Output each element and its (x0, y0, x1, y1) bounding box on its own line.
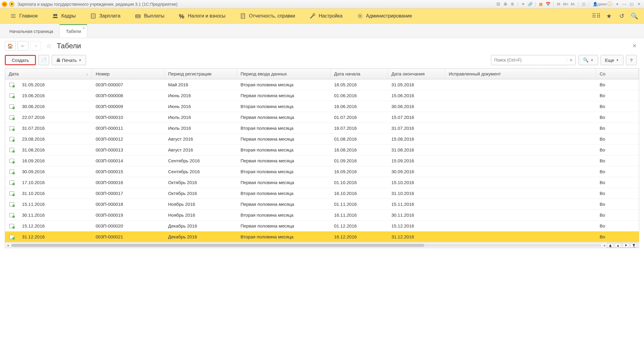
cell-last: Во (596, 123, 639, 133)
compare-icon[interactable]: 🗎 (509, 1, 516, 7)
close-window-icon[interactable]: ✕ (636, 1, 642, 7)
table-row[interactable]: 15.12.2016003П-000020Декабрь 2016Первая … (5, 221, 639, 231)
search-input[interactable] (491, 58, 567, 62)
menu-main[interactable]: Главное (3, 8, 45, 23)
table-row[interactable]: 31.08.2016003П-000013Август 2016Вторая п… (5, 145, 639, 155)
menu-admin[interactable]: Администрирование (350, 8, 419, 23)
table-row[interactable]: 30.06.2016003П-000009Июнь 2016Вторая пол… (5, 101, 639, 112)
m-button[interactable]: M (555, 1, 562, 7)
table-row[interactable]: 31.10.2016003П-000017Октябрь 2016Вторая … (5, 188, 639, 199)
m-plus-button[interactable]: M+ (563, 1, 569, 7)
scroll-left-icon[interactable]: ◂ (7, 243, 9, 247)
cell-number: 003П-000007 (92, 79, 164, 90)
col-date[interactable]: Дата (5, 69, 92, 79)
col-last[interactable]: Со (596, 69, 639, 79)
col-date-start[interactable]: Дата начала (330, 69, 388, 79)
menu-hr[interactable]: Кадры (45, 8, 83, 23)
menu-reports[interactable]: Отчетность, справки (233, 8, 302, 23)
search-icon[interactable]: 🔍 (631, 12, 638, 20)
menu-taxes[interactable]: %Налоги и взносы (172, 8, 233, 23)
home-button[interactable]: 🏠 (5, 41, 16, 51)
app-dropdown-icon[interactable]: ▾ (9, 2, 14, 7)
table-row[interactable]: 16.09.2016003П-000014Сентябрь 2016Первая… (5, 155, 639, 166)
cell-corrected (445, 231, 596, 242)
col-reg-period[interactable]: Период регистрации (164, 69, 237, 79)
table-row[interactable]: 31.07.2016003П-000011Июль 2016Вторая пол… (5, 123, 639, 134)
chevron-down-icon: ▼ (591, 59, 594, 62)
forward-button[interactable]: → (30, 41, 41, 51)
col-date-end[interactable]: Дата окончания (388, 69, 445, 79)
data-table: Дата Номер Период регистрации Период вво… (5, 68, 639, 248)
menu-payroll[interactable]: Зарплата (83, 8, 128, 23)
table-row[interactable]: 30.09.2016003П-000015Сентябрь 2016Вторая… (5, 166, 639, 177)
search-button[interactable]: 🔍▼ (579, 55, 598, 65)
table-row[interactable]: 31.12.2016003П-000021Декабрь 2016Вторая … (5, 231, 639, 242)
cell-period: Вторая половина месяца (237, 79, 330, 90)
create-button[interactable]: Создать (5, 55, 36, 65)
save-icon[interactable]: 🖫 (495, 1, 501, 7)
cell-number: 003П-000020 (92, 221, 164, 231)
clear-search-icon[interactable]: ✕ (567, 58, 575, 62)
tab-timesheets[interactable]: Табели✕ (59, 24, 87, 38)
copy-button[interactable]: 📄 (38, 55, 49, 65)
goto-up-icon[interactable]: ▲ (615, 243, 621, 248)
table-row[interactable]: 23.08.2016003П-000012Август 2016Первая п… (5, 134, 639, 145)
cell-corrected (445, 155, 596, 166)
help-button[interactable]: ? (626, 55, 637, 65)
table-row[interactable]: 15.11.2016003П-000018Ноябрь 2016Первая п… (5, 199, 639, 210)
chevron-down-icon: ▼ (78, 59, 81, 62)
favorite-toggle-icon[interactable]: ☆ (46, 42, 53, 49)
m-minus-button[interactable]: M- (570, 1, 576, 7)
calc-icon[interactable]: ▦ (537, 1, 544, 7)
more-button[interactable]: Еще▼ (601, 55, 623, 65)
close-tab-icon[interactable]: ✕ (82, 26, 85, 30)
window-title: Зарплата и кадры государственного учрежд… (18, 2, 495, 7)
back-button[interactable]: ← (18, 41, 28, 51)
cell-date: 31.05.2016 (18, 79, 92, 90)
col-corrected[interactable]: Исправленный документ (445, 69, 596, 79)
col-data-period[interactable]: Период ввода данных (237, 69, 330, 79)
tab-home[interactable]: Начальная страница (3, 25, 59, 38)
chevron-down-icon: ▼ (616, 59, 619, 62)
menu-settings[interactable]: Настройка (302, 8, 350, 23)
link-icon[interactable]: 🔗 (527, 1, 534, 7)
cell-corrected (445, 199, 596, 209)
table-row[interactable]: 17.10.2016003П-000016Октябрь 2016Первая … (5, 177, 639, 188)
scrollbar-thumb[interactable] (11, 244, 424, 247)
table-row[interactable]: 30.11.2016003П-000019Ноябрь 2016Вторая п… (5, 210, 639, 221)
table-row[interactable]: 15.06.2016003П-000008Июнь 2016Первая пол… (5, 90, 639, 101)
print-button[interactable]: 🖶 Печать▼ (52, 55, 86, 65)
cell-corrected (445, 123, 596, 133)
cell-period: Первая половина месяца (237, 177, 330, 188)
dropdown-icon[interactable]: ▾ (614, 1, 620, 7)
goto-first-icon[interactable]: ▲̲ (607, 243, 614, 248)
cell-date-end: 30.11.2016 (388, 210, 445, 220)
cell-period: Вторая половина месяца (237, 210, 330, 220)
maximize-icon[interactable]: ◱ (628, 1, 635, 7)
scroll-right-icon[interactable]: ▸ (604, 243, 606, 247)
favorite-add-icon[interactable]: ✦ (520, 1, 526, 7)
cell-reg: Июль 2016 (164, 112, 237, 123)
menu-payments[interactable]: Выплаты (128, 8, 172, 23)
history-icon[interactable]: ↺ (618, 12, 625, 20)
cell-corrected (445, 112, 596, 123)
print-icon[interactable]: 🖶 (502, 1, 509, 7)
table-row[interactable]: 31.05.2016003П-000007Май 2016Вторая поло… (5, 79, 639, 90)
info-icon[interactable]: ⓘ (607, 1, 613, 7)
calendar-icon[interactable]: 📅 (545, 1, 551, 7)
cell-last: Во (596, 155, 639, 166)
table-row[interactable]: 22.07.2016003П-000010Июль 2016Первая пол… (5, 112, 639, 123)
col-number[interactable]: Номер (92, 69, 164, 79)
cell-date: 22.07.2016 (18, 112, 92, 123)
panels-icon[interactable]: ◫ (580, 1, 587, 7)
current-user[interactable]: 👤 Админ (591, 1, 606, 7)
goto-down-icon[interactable]: ▼ (623, 243, 629, 248)
apps-grid-icon[interactable]: ⠿⠿ (593, 12, 600, 20)
cell-date-start: 16.06.2016 (330, 101, 388, 112)
cell-period: Первая половина месяца (237, 90, 330, 101)
star-icon[interactable]: ★ (605, 12, 613, 20)
close-page-icon[interactable]: ✕ (630, 41, 639, 50)
goto-last-icon[interactable]: ▼̲ (630, 243, 637, 248)
minimize-icon[interactable]: — (621, 1, 628, 7)
horizontal-scrollbar[interactable]: ◂ ▸ ▲̲ ▲ ▼ ▼̲ (5, 242, 639, 248)
